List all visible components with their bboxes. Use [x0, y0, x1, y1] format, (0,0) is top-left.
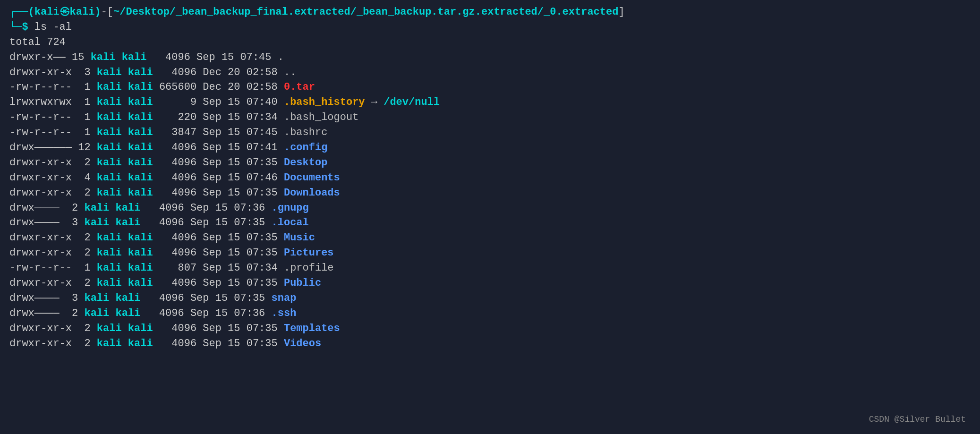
file-links: 2 — [78, 338, 90, 349]
file-perms: drwxr-xr-x — [9, 67, 72, 78]
file-name: .. — [284, 67, 296, 78]
file-day: 15 — [228, 262, 240, 274]
file-name: snap — [272, 292, 297, 304]
file-name: . — [278, 51, 284, 63]
file-name: 0.tar — [284, 81, 315, 93]
file-day: 15 — [228, 232, 240, 244]
file-time: 07:35 — [247, 323, 278, 334]
file-size: 3847 — [159, 127, 196, 138]
file-size: 4096 — [146, 202, 184, 214]
file-entry: drwxr-xr-x 2 kali kali 4096 Sep 15 07:35… — [9, 230, 971, 246]
file-entry: drwx———— 3 kali kali 4096 Sep 15 07:35 .… — [9, 215, 971, 230]
file-links: 2 — [78, 247, 90, 259]
file-size: 4096 — [159, 323, 196, 334]
file-user: kali — [97, 142, 122, 153]
file-user: kali — [97, 157, 122, 169]
file-perms: drwxr-xr-x — [9, 232, 72, 244]
file-group: kali — [115, 217, 140, 229]
file-perms: drwxr-xr-x — [9, 338, 72, 349]
file-user: kali — [84, 307, 109, 319]
file-perms: drwxr-x—— — [9, 51, 66, 63]
arrow: → — [365, 96, 384, 108]
file-month: Sep — [190, 217, 209, 229]
file-entry: drwxr-xr-x 2 kali kali 4096 Sep 15 07:35… — [9, 155, 971, 170]
file-entry: drwxr-xr-x 2 kali kali 4096 Sep 15 07:35… — [9, 336, 971, 351]
file-group: kali — [128, 232, 153, 244]
file-user: kali — [97, 232, 122, 244]
file-size: 4096 — [159, 277, 196, 289]
file-day: 20 — [228, 81, 240, 93]
file-perms: drwxr-xr-x — [9, 172, 72, 184]
file-links: 2 — [78, 277, 90, 289]
terminal: ┌──(kali㉿kali)-[~/Desktop/_bean_backup_f… — [9, 5, 971, 351]
file-month: Sep — [203, 127, 222, 138]
file-day: 15 — [215, 307, 228, 319]
file-links: 2 — [78, 323, 90, 334]
file-links: 3 — [66, 217, 78, 229]
file-size: 4096 — [153, 51, 190, 63]
file-group: kali — [128, 67, 153, 78]
file-group: kali — [128, 157, 153, 169]
file-size: 4096 — [159, 172, 196, 184]
file-perms: drwx—————— — [9, 142, 72, 153]
file-time: 07:40 — [247, 96, 278, 108]
file-month: Sep — [203, 187, 222, 199]
file-month: Sep — [203, 262, 222, 274]
file-links: 2 — [78, 187, 90, 199]
prompt-bracket-right: ] — [618, 6, 624, 18]
file-entry: drwxr-xr-x 2 kali kali 4096 Sep 15 07:35… — [9, 321, 971, 336]
file-links: 2 — [78, 157, 90, 169]
file-name: .gnupg — [272, 202, 309, 214]
file-size: 4096 — [159, 67, 196, 78]
file-perms: drwx———— — [9, 307, 60, 319]
file-user: kali — [97, 81, 122, 93]
file-name: .local — [272, 217, 309, 229]
prompt-line: ┌──(kali㉿kali)-[~/Desktop/_bean_backup_f… — [9, 5, 971, 20]
file-day: 15 — [222, 51, 234, 63]
file-size: 4096 — [159, 232, 196, 244]
file-entry: drwxr-xr-x 2 kali kali 4096 Sep 15 07:35… — [9, 276, 971, 291]
file-user: kali — [97, 277, 122, 289]
file-user: kali — [84, 202, 109, 214]
file-month: Sep — [203, 232, 222, 244]
file-entry: drwx———— 2 kali kali 4096 Sep 15 07:36 .… — [9, 201, 971, 216]
file-links: 2 — [78, 232, 90, 244]
file-name: Music — [284, 232, 315, 244]
file-entry: drwxr-xr-x 2 kali kali 4096 Sep 15 07:35… — [9, 246, 971, 261]
file-group: kali — [128, 142, 153, 153]
file-day: 15 — [215, 217, 228, 229]
file-perms: drwxr-xr-x — [9, 187, 72, 199]
file-size: 4096 — [146, 292, 184, 304]
file-size: 9 — [159, 96, 196, 108]
file-links: 1 — [78, 262, 90, 274]
prompt-path: ~/Desktop/_bean_backup_final.extracted/_… — [113, 6, 618, 18]
file-user: kali — [97, 187, 122, 199]
file-group: kali — [128, 323, 153, 334]
file-perms: -rw-r--r-- — [9, 127, 72, 138]
file-day: 15 — [228, 172, 240, 184]
file-perms: drwx———— — [9, 202, 60, 214]
file-time: 07:45 — [240, 51, 272, 63]
prompt-user: ┌──(kali㉿kali) — [9, 6, 101, 18]
file-group: kali — [128, 81, 153, 93]
file-group: kali — [128, 172, 153, 184]
file-entry: drwx———— 2 kali kali 4096 Sep 15 07:36 .… — [9, 306, 971, 321]
file-size: 807 — [159, 262, 196, 274]
file-user: kali — [91, 51, 116, 63]
file-size: 4096 — [159, 338, 196, 349]
file-time: 07:36 — [234, 202, 265, 214]
file-name: Pictures — [284, 247, 334, 259]
file-day: 15 — [228, 127, 240, 138]
file-perms: drwxr-xr-x — [9, 323, 72, 334]
file-perms: drwxr-xr-x — [9, 157, 72, 169]
file-perms: -rw-r--r-- — [9, 262, 72, 274]
file-month: Sep — [203, 172, 222, 184]
file-group: kali — [128, 111, 153, 123]
file-group: kali — [115, 307, 140, 319]
file-time: 07:35 — [234, 292, 265, 304]
file-time: 02:58 — [247, 81, 278, 93]
file-size: 4096 — [159, 187, 196, 199]
command-text: ls -al — [34, 21, 72, 33]
file-size: 4096 — [146, 307, 184, 319]
file-perms: drwx———— — [9, 217, 60, 229]
